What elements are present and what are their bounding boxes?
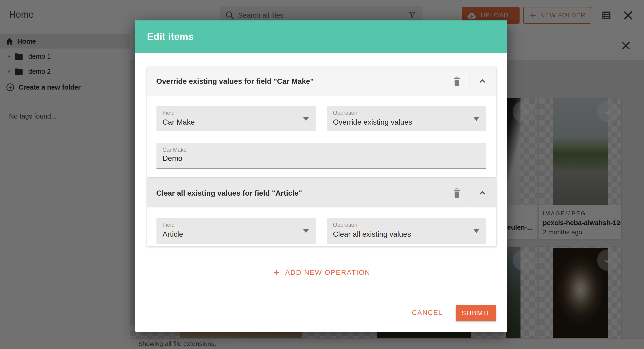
operation-select-value: Override existing values (333, 118, 412, 126)
operation-select-value: Clear all existing values (333, 230, 411, 239)
field-select-value: Article (162, 230, 183, 239)
screen: Home UPLOAD... NEW FOLDER (0, 0, 644, 349)
chevron-up-icon[interactable] (477, 188, 488, 198)
value-field-label: Car Make (162, 147, 187, 153)
operation-select[interactable]: Operation Clear all existing values (327, 218, 486, 243)
operation-select[interactable]: Operation Override existing values (327, 106, 486, 131)
chevron-up-icon[interactable] (477, 76, 488, 86)
dropdown-arrow-icon (303, 117, 309, 121)
operation-card-header: Clear all existing values for field "Art… (147, 179, 496, 207)
operation-select-label: Operation (333, 222, 357, 228)
delete-operation-icon[interactable] (450, 187, 464, 200)
operation-title: Override existing values for field "Car … (156, 67, 314, 96)
modal-header: Edit items (135, 20, 507, 53)
modal-title: Edit items (147, 20, 194, 53)
plus-icon (272, 268, 281, 277)
field-select[interactable]: Field Article (156, 218, 316, 243)
cancel-button[interactable]: CANCEL (407, 304, 447, 321)
field-select-value: Car Make (162, 118, 195, 126)
submit-button[interactable]: SUBMIT (456, 305, 496, 321)
operation-title: Clear all existing values for field "Art… (156, 179, 302, 207)
add-new-operation-button[interactable]: ADD NEW OPERATION (135, 263, 507, 282)
edit-items-modal: Edit items Override existing values for … (135, 20, 507, 332)
add-new-operation-label: ADD NEW OPERATION (285, 269, 370, 276)
field-select-label: Field (162, 109, 174, 116)
dropdown-arrow-icon (473, 229, 480, 233)
field-select[interactable]: Field Car Make (156, 106, 316, 131)
dropdown-arrow-icon (303, 229, 309, 233)
operation-card: Override existing values for field "Car … (147, 67, 496, 177)
operation-card-header: Override existing values for field "Car … (147, 67, 496, 96)
operation-select-label: Operation (333, 109, 357, 116)
modal-footer: CANCEL SUBMIT (135, 293, 507, 332)
delete-operation-icon[interactable] (450, 75, 464, 88)
value-field[interactable]: Car Make (156, 143, 486, 169)
value-input[interactable] (162, 154, 478, 163)
header-divider (469, 72, 470, 90)
header-divider (469, 184, 470, 202)
field-select-label: Field (162, 222, 174, 228)
operation-card: Clear all existing values for field "Art… (147, 179, 496, 246)
dropdown-arrow-icon (473, 117, 480, 121)
